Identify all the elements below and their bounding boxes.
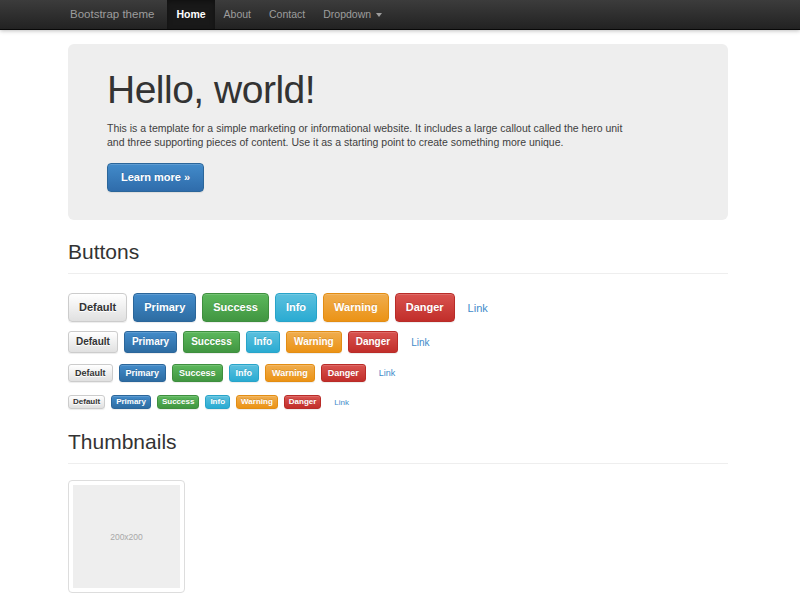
button-danger-md[interactable]: Danger	[348, 331, 398, 353]
hero-description: This is a template for a simple marketin…	[107, 121, 710, 149]
button-primary-xs[interactable]: Primary	[111, 395, 151, 409]
button-warning-sm[interactable]: Warning	[265, 364, 315, 382]
button-danger-xs[interactable]: Danger	[284, 395, 322, 409]
learn-more-button[interactable]: Learn more »	[107, 163, 204, 192]
button-primary-sm[interactable]: Primary	[119, 364, 167, 382]
button-rows: DefaultPrimarySuccessInfoWarningDangerLi…	[68, 293, 728, 409]
button-primary-md[interactable]: Primary	[124, 331, 177, 353]
thumbnails-heading: Thumbnails	[68, 430, 728, 454]
nav-item-label: Home	[176, 0, 205, 29]
buttons-heading: Buttons	[68, 240, 728, 264]
button-link-xs[interactable]: Link	[334, 398, 349, 407]
button-success-sm[interactable]: Success	[172, 364, 223, 382]
button-info-lg[interactable]: Info	[275, 293, 317, 322]
hero-unit: Hello, world! This is a template for a s…	[68, 44, 728, 220]
navbar-menu: HomeAboutContactDropdown	[167, 0, 391, 29]
button-info-xs[interactable]: Info	[205, 395, 230, 409]
button-primary-lg[interactable]: Primary	[133, 293, 196, 322]
button-warning-xs[interactable]: Warning	[236, 395, 278, 409]
thumbnail-placeholder-image: 200x200	[73, 485, 180, 588]
nav-item-home[interactable]: Home	[167, 0, 214, 29]
caret-down-icon	[376, 13, 382, 17]
button-danger-lg[interactable]: Danger	[395, 293, 455, 322]
button-row-md: DefaultPrimarySuccessInfoWarningDangerLi…	[68, 331, 728, 353]
button-warning-md[interactable]: Warning	[286, 331, 342, 353]
button-info-md[interactable]: Info	[246, 331, 280, 353]
button-link-sm[interactable]: Link	[379, 368, 396, 378]
buttons-section-header: Buttons	[68, 240, 728, 274]
nav-item-contact[interactable]: Contact	[260, 0, 314, 29]
button-row-sm: DefaultPrimarySuccessInfoWarningDangerLi…	[68, 364, 728, 382]
button-info-sm[interactable]: Info	[229, 364, 260, 382]
button-default-sm[interactable]: Default	[68, 364, 113, 382]
button-danger-sm[interactable]: Danger	[321, 364, 366, 382]
button-default-lg[interactable]: Default	[68, 293, 127, 322]
button-warning-lg[interactable]: Warning	[323, 293, 389, 322]
button-success-xs[interactable]: Success	[157, 395, 199, 409]
navbar-inner: Bootstrap theme HomeAboutContactDropdown	[70, 0, 391, 29]
button-row-xs: DefaultPrimarySuccessInfoWarningDangerLi…	[68, 395, 728, 409]
thumbnail[interactable]: 200x200	[68, 480, 185, 593]
nav-item-about[interactable]: About	[215, 0, 260, 29]
button-row-lg: DefaultPrimarySuccessInfoWarningDangerLi…	[68, 293, 728, 322]
button-success-lg[interactable]: Success	[202, 293, 269, 322]
navbar: Bootstrap theme HomeAboutContactDropdown	[0, 0, 800, 30]
nav-item-dropdown[interactable]: Dropdown	[314, 0, 391, 29]
page-content: Hello, world! This is a template for a s…	[68, 44, 728, 593]
nav-item-label: Contact	[269, 0, 305, 29]
button-default-xs[interactable]: Default	[68, 395, 105, 409]
navbar-brand[interactable]: Bootstrap theme	[70, 0, 167, 29]
button-link-md[interactable]: Link	[411, 337, 429, 348]
hero-description-line: This is a template for a simple marketin…	[107, 121, 710, 135]
button-link-lg[interactable]: Link	[468, 302, 488, 314]
button-default-md[interactable]: Default	[68, 331, 118, 353]
nav-item-label: About	[224, 0, 251, 29]
hero-description-line: and three supporting pieces of content. …	[107, 135, 710, 149]
nav-item-label: Dropdown	[323, 0, 371, 29]
hero-title: Hello, world!	[107, 69, 710, 111]
thumbnail-placeholder-label: 200x200	[110, 532, 143, 542]
button-success-md[interactable]: Success	[183, 331, 240, 353]
thumbnails-section-header: Thumbnails	[68, 430, 728, 464]
